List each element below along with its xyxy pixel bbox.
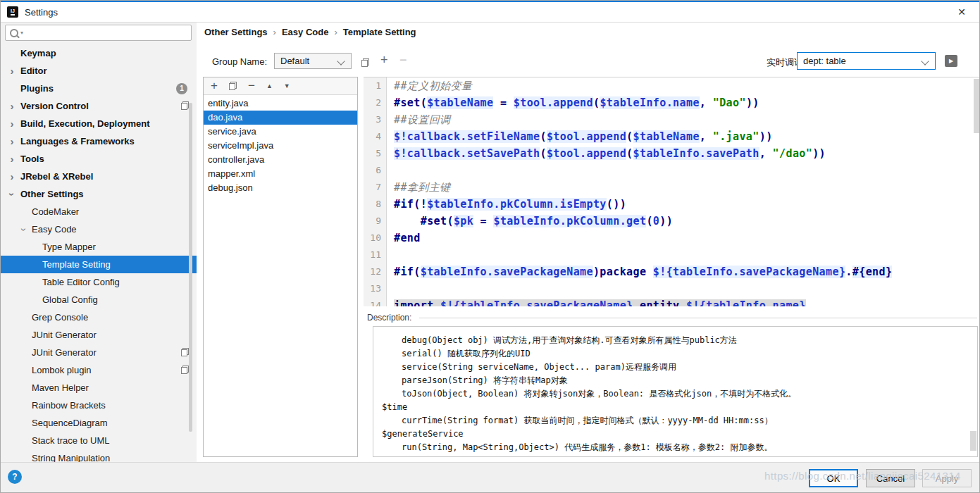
group-remove-icon: − xyxy=(399,54,407,66)
file-item-mapper-xml[interactable]: mapper.xml xyxy=(204,167,357,181)
editor-scrollbar[interactable] xyxy=(974,79,980,133)
sidebar-item-lombok-plugin[interactable]: Lombok plugin xyxy=(1,361,197,379)
code-token: "/dao" xyxy=(773,147,813,160)
group-duplicate-icon[interactable] xyxy=(361,57,369,70)
ok-button[interactable]: OK xyxy=(809,469,858,487)
file-item-debug-json[interactable]: debug.json xyxy=(204,181,357,195)
line-number: 9 xyxy=(364,213,386,230)
code-token: $tableInfo.savePackageName xyxy=(421,266,593,278)
add-template-icon[interactable]: + xyxy=(211,80,218,92)
intellij-logo-icon: IJ xyxy=(7,6,18,18)
sidebar-item-label: Type Mapper xyxy=(42,242,96,252)
template-code-editor[interactable]: 1234567891011121314 ##定义初始变量#set($tableN… xyxy=(364,77,980,306)
editor-gutter: 1234567891011121314 xyxy=(364,77,387,306)
chevron-right-icon[interactable]: › xyxy=(7,137,17,146)
description-panel: debug(Object obj) 调试方法,用于查询对象结构.可查看对象所有属… xyxy=(373,326,978,457)
sidebar-item-global-config[interactable]: Global Config xyxy=(1,291,197,308)
line-number: 6 xyxy=(364,162,386,179)
sidebar-item-other-settings[interactable]: ›Other Settings xyxy=(1,185,197,203)
sidebar-item-languages-frameworks[interactable]: ›Languages & Frameworks xyxy=(1,132,197,150)
group-add-icon[interactable]: + xyxy=(380,54,388,66)
file-item-serviceimpl-java[interactable]: serviceImpl.java xyxy=(204,139,357,153)
chevron-right-icon[interactable]: › xyxy=(7,119,17,129)
breadcrumb-item-easy-code[interactable]: Easy Code xyxy=(282,27,328,37)
chevron-right-icon[interactable]: › xyxy=(7,101,17,111)
search-input[interactable] xyxy=(23,27,187,39)
play-icon: ▶ xyxy=(949,58,953,64)
sidebar-item-editor[interactable]: ›Editor xyxy=(1,62,197,80)
sidebar-item-keymap[interactable]: Keymap xyxy=(1,44,197,62)
breadcrumb-item-other-settings[interactable]: Other Settings xyxy=(204,27,268,37)
cancel-button[interactable]: Cancel xyxy=(866,469,915,487)
move-down-icon[interactable]: ▼ xyxy=(284,82,290,89)
group-name-select[interactable]: Default xyxy=(274,53,352,69)
code-line: #set($pk = $tableInfo.pkColumn.get(0)) xyxy=(387,213,972,230)
code-token: $tableInfo.pkColumn.get xyxy=(493,215,646,227)
remove-template-icon[interactable]: − xyxy=(248,80,255,92)
sidebar-item-label: Keymap xyxy=(20,48,56,58)
sidebar-item-junit-generator[interactable]: JUnit Generator xyxy=(1,344,197,361)
code-token: $tableInfo.name xyxy=(600,96,699,109)
file-item-dao-java[interactable]: dao.java xyxy=(204,111,357,125)
file-item-service-java[interactable]: service.java xyxy=(204,125,357,139)
code-line xyxy=(387,246,972,263)
line-number: 5 xyxy=(364,145,386,162)
run-debug-button[interactable]: ▶ xyxy=(945,55,957,67)
sidebar-scrollbar[interactable] xyxy=(189,103,192,432)
sidebar-item-rainbow-brackets[interactable]: Rainbow Brackets xyxy=(1,397,197,414)
breadcrumb-separator: › xyxy=(273,27,276,37)
code-token: ##拿到主键 xyxy=(394,181,450,194)
chevron-right-icon[interactable]: › xyxy=(7,66,17,76)
code-line: #if(!$tableInfo.pkColumn.isEmpty()) xyxy=(387,196,972,213)
sidebar-item-jrebel-xrebel[interactable]: ›JRebel & XRebel xyxy=(1,168,197,185)
sidebar-item-easy-code[interactable]: ›Easy Code xyxy=(1,220,197,238)
sidebar-item-maven-helper[interactable]: Maven Helper xyxy=(1,379,197,397)
sidebar-item-tools[interactable]: ›Tools xyxy=(1,150,197,168)
file-item-controller-java[interactable]: controller.java xyxy=(204,153,357,167)
sidebar-item-template-setting[interactable]: Template Setting xyxy=(1,256,197,273)
settings-search-box[interactable]: ▾ xyxy=(5,25,192,41)
sidebar-item-label: Tools xyxy=(20,154,44,164)
sidebar-item-grep-console[interactable]: Grep Console xyxy=(1,308,197,326)
description-line: run(String, Map<String,Object>) 代码生成服务，参… xyxy=(373,441,977,454)
sidebar-item-junit-generator[interactable]: JUnit Generator xyxy=(1,326,197,344)
close-icon[interactable]: ✕ xyxy=(951,4,972,20)
sidebar-item-codemaker[interactable]: CodeMaker xyxy=(1,203,197,220)
sidebar-item-label: Template Setting xyxy=(42,259,111,270)
line-number: 1 xyxy=(364,77,386,94)
file-item-entity-java[interactable]: entity.java xyxy=(204,96,357,111)
sidebar-item-table-editor-config[interactable]: Table Editor Config xyxy=(1,273,197,291)
code-token: $tableInfo.savePath xyxy=(633,147,759,160)
settings-sidebar: ▾ Keymap›EditorPlugins1›Version Control›… xyxy=(1,23,197,464)
title-bar: IJ Settings ✕ xyxy=(1,2,979,23)
file-panel-toolbar: + − ▲ ▼ xyxy=(204,77,357,95)
sidebar-item-stack-trace-to-uml[interactable]: Stack trace to UML xyxy=(1,432,197,449)
code-token: . xyxy=(845,266,852,278)
sidebar-item-sequencediagram[interactable]: SequenceDiagram xyxy=(1,414,197,432)
sidebar-item-build-execution-deployment[interactable]: ›Build, Execution, Deployment xyxy=(1,115,197,132)
sidebar-item-label: Editor xyxy=(20,65,47,76)
sidebar-item-version-control[interactable]: ›Version Control xyxy=(1,97,197,115)
chevron-right-icon[interactable]: › xyxy=(7,172,17,182)
duplicate-template-icon[interactable] xyxy=(229,82,237,90)
code-token: ( xyxy=(626,147,633,160)
code-token: )) xyxy=(746,96,759,109)
move-up-icon[interactable]: ▲ xyxy=(266,82,273,89)
chevron-right-icon[interactable]: › xyxy=(7,154,17,164)
code-token: ( xyxy=(626,130,633,143)
breadcrumb-item-template-setting[interactable]: Template Setting xyxy=(343,27,416,37)
description-scrollbar[interactable] xyxy=(970,431,976,451)
chevron-down-icon[interactable]: › xyxy=(7,189,17,199)
code-line: ##设置回调 xyxy=(387,111,972,128)
live-debug-select[interactable]: dept: table xyxy=(797,52,936,70)
line-number: 14 xyxy=(364,297,386,306)
sidebar-item-plugins[interactable]: Plugins1 xyxy=(1,80,197,97)
code-token: $pk xyxy=(454,215,473,227)
sidebar-item-type-mapper[interactable]: Type Mapper xyxy=(1,238,197,256)
line-number: 2 xyxy=(364,94,386,111)
code-token: ( xyxy=(646,215,652,227)
chevron-down-icon[interactable]: › xyxy=(19,225,29,235)
sidebar-item-label: JUnit Generator xyxy=(32,347,97,358)
code-token: = xyxy=(473,215,493,227)
help-button[interactable]: ? xyxy=(8,470,22,484)
